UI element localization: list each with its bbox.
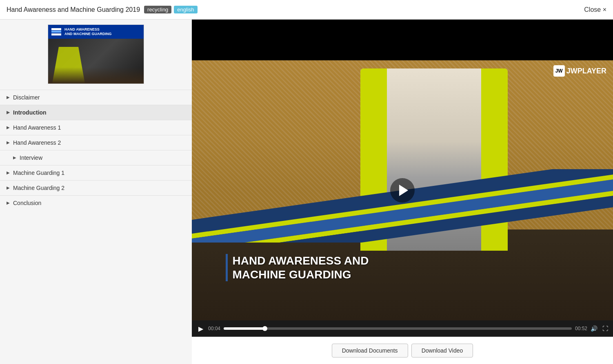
playlist-label-machine-guarding-1: Machine Guarding 1 [13,170,64,176]
tag-recycling: recycling [144,6,171,13]
volume-icon[interactable]: 🔊 [591,325,597,332]
title-accent-bar [226,254,228,281]
time-current: 00:04 [208,326,220,331]
playlist-label-conclusion: Conclusion [13,200,41,206]
playlist-item-introduction[interactable]: ▶Introduction [0,105,192,120]
logo-stripe-3 [51,33,61,35]
close-button[interactable]: Close × [584,6,606,13]
download-video-button[interactable]: Download Video [411,344,473,357]
playlist-item-machine-guarding-1[interactable]: ▶Machine Guarding 1 [0,165,192,180]
sidebar: HAND AWARENESS AND MACHINE GUARDING ▶Dis… [0,20,192,364]
playlist: ▶Disclaimer▶Introduction▶Hand Awareness … [0,90,192,210]
jw-icon: JW [553,65,565,77]
video-title-text: HAND AWARENESS AND MACHINE GUARDING [233,254,369,281]
play-pause-button[interactable]: ▶ [197,325,205,333]
video-area: HAND AWARENESS AND MACHINE GUARDING JW J… [192,20,613,364]
playlist-item-hand-awareness-2[interactable]: ▶Hand Awareness 2 [0,135,192,150]
arrow-icon-hand-awareness-1: ▶ [7,125,10,130]
arrow-icon-introduction: ▶ [7,110,10,115]
time-total: 00:52 [575,326,587,331]
progress-bar[interactable] [224,327,572,330]
main-content: HAND AWARENESS AND MACHINE GUARDING ▶Dis… [0,20,613,364]
playlist-item-disclaimer[interactable]: ▶Disclaimer [0,90,192,105]
playlist-label-introduction: Introduction [13,109,47,116]
logo-icon [51,28,61,35]
course-thumbnail: HAND AWARENESS AND MACHINE GUARDING [48,24,144,84]
arrow-icon-disclaimer: ▶ [7,95,10,99]
playlist-label-disclaimer: Disclaimer [13,94,40,101]
thumbnail-course-title: HAND AWARENESS AND MACHINE GUARDING [64,27,112,36]
video-frame: HAND AWARENESS AND MACHINE GUARDING JW J… [192,60,613,320]
arrow-icon-machine-guarding-2: ▶ [7,185,10,190]
logo-stripe-1 [51,28,61,30]
thumbnail-hands [48,67,144,84]
arrow-icon-hand-awareness-2: ▶ [7,140,10,145]
playlist-item-hand-awareness-1[interactable]: ▶Hand Awareness 1 [0,120,192,135]
arrow-icon-conclusion: ▶ [7,201,10,205]
playlist-label-machine-guarding-2: Machine Guarding 2 [13,185,64,191]
playlist-item-conclusion[interactable]: ▶Conclusion [0,195,192,210]
play-button-overlay[interactable] [390,178,415,203]
video-container: HAND AWARENESS AND MACHINE GUARDING JW J… [192,20,613,320]
playlist-label-hand-awareness-1: Hand Awareness 1 [13,124,61,131]
playlist-label-interview: Interview [20,154,42,161]
playlist-label-hand-awareness-2: Hand Awareness 2 [13,139,61,146]
page-title: Hand Awareness and Machine Guarding 2019 [7,6,140,13]
video-title-overlay: HAND AWARENESS AND MACHINE GUARDING [226,254,369,281]
video-top-black [192,20,613,60]
playlist-item-machine-guarding-2[interactable]: ▶Machine Guarding 2 [0,180,192,195]
download-documents-button[interactable]: Download Documents [332,344,408,357]
thumbnail-image [48,39,144,84]
logo-stripe-2 [51,31,61,33]
thumbnail-header: HAND AWARENESS AND MACHINE GUARDING [48,25,144,39]
header: Hand Awareness and Machine Guarding 2019… [0,0,613,20]
video-controls: ▶ 00:04 00:52 🔊 ⛶ [192,320,613,337]
fullscreen-icon[interactable]: ⛶ [602,325,608,332]
tag-english: english [174,6,197,13]
progress-thumb [262,326,267,331]
jwplayer-logo: JW JWPLAYER [553,65,606,77]
arrow-icon-interview: ▶ [13,155,16,160]
progress-fill [224,327,265,330]
playlist-item-interview[interactable]: ▶Interview [0,150,192,165]
arrow-icon-machine-guarding-1: ▶ [7,170,10,175]
download-area: Download Documents Download Video [192,337,613,364]
